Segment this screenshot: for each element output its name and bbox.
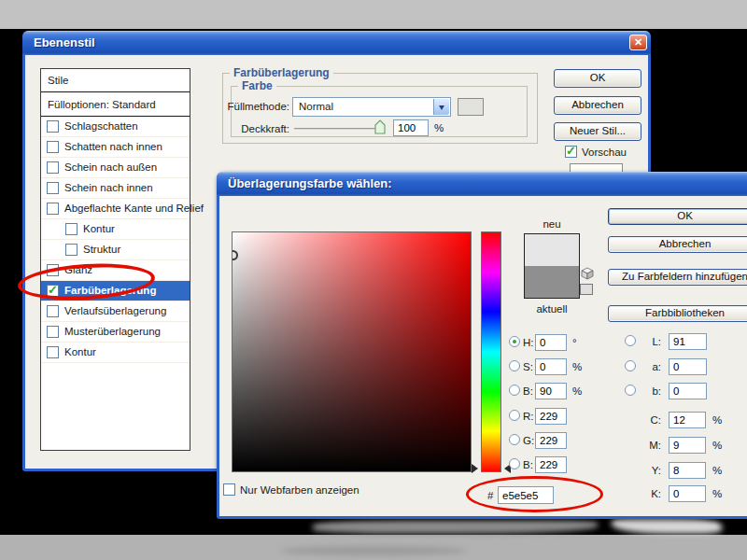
h-input[interactable] bbox=[535, 334, 567, 351]
h-radio[interactable] bbox=[509, 336, 520, 347]
sidebar-item-schatten-nach-innen[interactable]: Schatten nach innen bbox=[41, 137, 190, 158]
b2-field-row: B: bbox=[509, 456, 598, 473]
opacity-slider-track[interactable] bbox=[294, 128, 385, 130]
layer-style-title: Ebenenstil bbox=[34, 35, 95, 49]
opacity-label: Deckkraft: bbox=[224, 123, 289, 134]
a-radio[interactable] bbox=[625, 360, 636, 371]
g-radio[interactable] bbox=[509, 434, 520, 445]
styles-list: Stile Fülloptionen: Standard Schlagschat… bbox=[40, 68, 190, 451]
new-style-button[interactable]: Neuer Stil... bbox=[554, 122, 641, 141]
sidebar-item-schein-nach-aussen[interactable]: Schein nach außen bbox=[41, 158, 190, 178]
s-input[interactable] bbox=[535, 358, 567, 375]
chevron-down-icon[interactable] bbox=[433, 99, 449, 115]
layer-style-titlebar[interactable]: Ebenenstil bbox=[22, 31, 651, 55]
blend-mode-label: Füllmethode: bbox=[224, 101, 289, 112]
close-icon[interactable]: ✕ bbox=[629, 35, 647, 50]
blend-mode-select[interactable]: Normal bbox=[292, 97, 451, 117]
ok-button[interactable]: OK bbox=[554, 69, 641, 88]
b-field-row: B: % bbox=[509, 383, 598, 399]
sidebar-item-struktur[interactable]: Struktur bbox=[41, 240, 190, 260]
checkbox-icon[interactable] bbox=[47, 326, 59, 338]
g-input[interactable] bbox=[535, 432, 567, 449]
new-color-swatch bbox=[525, 234, 579, 266]
blurred-background-shape bbox=[313, 519, 598, 534]
sidebar-item-schlagschatten[interactable]: Schlagschatten bbox=[41, 117, 190, 137]
checkbox-icon[interactable] bbox=[47, 182, 59, 194]
a-input[interactable] bbox=[669, 358, 707, 375]
checkbox-icon[interactable] bbox=[65, 223, 78, 235]
b2-input[interactable] bbox=[535, 456, 567, 473]
opacity-input[interactable] bbox=[393, 119, 429, 136]
blend-mode-value: Normal bbox=[299, 101, 333, 112]
b-input[interactable] bbox=[535, 383, 567, 399]
color-field-marker-icon[interactable] bbox=[232, 250, 238, 260]
l-input[interactable] bbox=[669, 333, 707, 350]
color-overlay-group-label: Farbüberlagerung bbox=[230, 66, 333, 79]
color-picker-dialog: Überlagerungsfarbe wählen: neu aktuell O… bbox=[217, 172, 747, 519]
color-group-label: Farbe bbox=[238, 79, 276, 92]
preview-label: Vorschau bbox=[582, 147, 627, 158]
g-field-row: G: bbox=[509, 432, 598, 449]
screenshot-root: Ebenenstil ✕ Stile Fülloptionen: Standar… bbox=[0, 0, 747, 560]
checkbox-icon[interactable] bbox=[47, 141, 59, 153]
opacity-unit: % bbox=[434, 122, 444, 133]
picker-ok-button[interactable]: OK bbox=[608, 208, 747, 225]
in-gamut-color-swatch[interactable] bbox=[580, 284, 593, 295]
sidebar-item-verlaufsueberlagerung[interactable]: Verlaufsüberlagerung bbox=[41, 301, 190, 322]
hue-slider[interactable] bbox=[481, 231, 501, 472]
annotation-ellipse-hex-value bbox=[466, 476, 603, 512]
c-field-row: C: % bbox=[625, 412, 727, 428]
r-input[interactable] bbox=[535, 408, 567, 425]
m-input[interactable] bbox=[669, 437, 706, 454]
r-radio[interactable] bbox=[509, 410, 520, 421]
checkbox-icon[interactable] bbox=[47, 305, 59, 317]
checkbox-icon[interactable] bbox=[47, 203, 59, 215]
lab-b-input[interactable] bbox=[669, 383, 707, 399]
hue-arrow-left-icon[interactable] bbox=[472, 464, 478, 473]
gamut-warning-cube-icon[interactable] bbox=[581, 267, 594, 280]
web-colors-label: Nur Webfarben anzeigen bbox=[240, 484, 359, 496]
add-to-swatches-button[interactable]: Zu Farbfeldern hinzufügen bbox=[608, 269, 747, 286]
sidebar-item-kontur-1[interactable]: Kontur bbox=[41, 219, 190, 240]
current-color-label: aktuell bbox=[524, 303, 580, 315]
sidebar-item-kontur-2[interactable]: Kontur bbox=[41, 343, 190, 363]
overlay-color-swatch[interactable] bbox=[458, 98, 484, 116]
color-picker-titlebar[interactable]: Überlagerungsfarbe wählen: bbox=[217, 172, 747, 196]
m-field-row: M: % bbox=[625, 437, 727, 454]
sidebar-item-schein-nach-innen[interactable]: Schein nach innen bbox=[41, 178, 190, 199]
checkbox-icon[interactable] bbox=[47, 161, 59, 174]
new-current-swatch bbox=[524, 233, 580, 299]
l-radio[interactable] bbox=[625, 335, 636, 346]
new-color-label: neu bbox=[524, 218, 580, 230]
y-input[interactable] bbox=[669, 462, 706, 479]
lab-b-field-row: b: bbox=[625, 383, 727, 399]
sidebar-item-stile[interactable]: Stile bbox=[41, 69, 190, 92]
a-field-row: a: bbox=[625, 358, 727, 375]
checkbox-icon[interactable] bbox=[47, 120, 59, 133]
web-colors-checkbox[interactable] bbox=[223, 483, 235, 496]
sidebar-item-musterueberlagerung[interactable]: Musterüberlagerung bbox=[41, 322, 190, 343]
cancel-button[interactable]: Abbrechen bbox=[554, 96, 641, 115]
s-field-row: S: % bbox=[509, 358, 598, 375]
current-color-swatch bbox=[525, 266, 579, 298]
b2-radio[interactable] bbox=[509, 458, 520, 469]
c-input[interactable] bbox=[669, 412, 706, 428]
lab-b-radio[interactable] bbox=[625, 385, 636, 396]
sidebar-item-fuelloptionen[interactable]: Fülloptionen: Standard bbox=[41, 92, 190, 117]
y-field-row: Y: % bbox=[625, 462, 727, 479]
checkbox-icon[interactable] bbox=[65, 244, 78, 256]
color-libraries-button[interactable]: Farbbibliotheken bbox=[608, 305, 747, 322]
sidebar-item-abgeflachte-kante[interactable]: Abgeflachte Kante und Relief bbox=[41, 199, 190, 219]
k-field-row: K: % bbox=[625, 485, 727, 502]
k-input[interactable] bbox=[669, 485, 706, 502]
color-picker-title: Überlagerungsfarbe wählen: bbox=[228, 176, 392, 190]
b-radio[interactable] bbox=[509, 385, 520, 396]
s-radio[interactable] bbox=[509, 360, 520, 371]
l-field-row: L: bbox=[625, 333, 727, 350]
saturation-brightness-field[interactable] bbox=[232, 231, 472, 472]
top-gray-bar bbox=[0, 0, 747, 29]
checkbox-icon[interactable] bbox=[47, 346, 59, 358]
picker-cancel-button[interactable]: Abbrechen bbox=[608, 236, 747, 253]
preview-checkbox[interactable] bbox=[565, 146, 577, 158]
opacity-slider-thumb[interactable] bbox=[374, 119, 386, 134]
